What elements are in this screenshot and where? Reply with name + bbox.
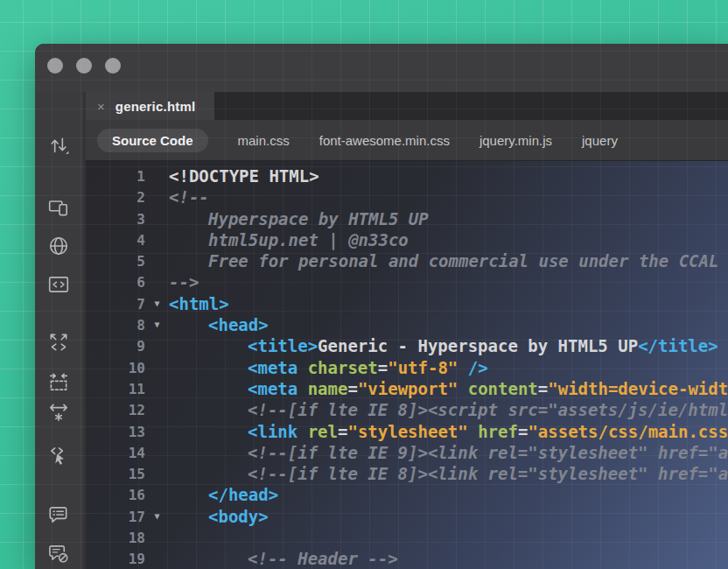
toolbar-tab-font-awesome-min-css[interactable]: font-awesome.min.css [319,133,450,148]
line-number[interactable]: 1 [86,165,145,186]
line-number[interactable]: 6 [86,271,145,292]
code-line-11[interactable]: 11<meta name="viewport" content="width=d… [86,378,728,399]
code-line-13[interactable]: 13<link rel="stylesheet" href="assets/cs… [86,421,728,442]
fold-gutter [145,357,169,378]
promo-image: { "colors": { "desktop_teal": "#3cc19c",… [0,0,728,569]
fold-gutter [145,271,169,292]
code-text: <meta name="viewport" content="width=dev… [169,378,728,399]
code-text: <body> [169,506,269,527]
fold-gutter [145,208,169,229]
code-text: <!-- Header --> [169,548,398,569]
globe-preview-icon[interactable] [47,235,70,257]
file-switcher-toolbar: Source Codemain.cssfont-awesome.min.cssj… [86,120,728,161]
code-text: <!--[if lte IE 8]><link rel="stylesheet"… [169,463,728,484]
devices-preview-icon[interactable] [47,196,70,219]
document-tab-generic-html[interactable]: × generic.html [86,92,214,120]
line-number[interactable]: 7 [86,293,145,314]
line-number[interactable]: 8 [86,314,145,335]
code-line-9[interactable]: 9<title>Generic - Hyperspace by HTML5 UP… [86,335,728,356]
sidebar [35,92,86,569]
line-number[interactable]: 10 [86,357,145,378]
line-number[interactable]: 3 [86,208,145,229]
code-text: <link rel="stylesheet" href="assets/css/… [169,421,728,442]
line-number[interactable]: 16 [86,484,145,505]
code-line-5[interactable]: 5Free for personal and commercial use un… [86,250,728,271]
fold-gutter [145,229,169,250]
code-text: <meta charset="utf-8" /> [169,357,488,378]
toolbar-tab-source-code[interactable]: Source Code [97,129,208,152]
window-body: × generic.html Source Codemain.cssfont-a… [35,92,728,569]
window-controls [47,58,121,74]
code-text: <!-- [169,186,209,207]
line-number[interactable]: 12 [86,399,145,420]
code-text: Free for personal and commercial use und… [169,250,728,271]
code-line-4[interactable]: 4html5up.net | @n33co [86,229,728,250]
window-titlebar [35,44,728,92]
editor-content: × generic.html Source Codemain.cssfont-a… [86,92,728,569]
line-number[interactable]: 9 [86,335,145,356]
code-line-6[interactable]: 6--> [86,271,728,292]
fold-gutter [145,250,169,271]
tab-close-icon[interactable]: × [97,100,105,113]
line-number[interactable]: 13 [86,421,145,442]
fold-toggle-icon[interactable]: ▼ [145,506,169,527]
code-editor-area[interactable]: 1<!DOCTYPE HTML>2<!--3Hyperspace by HTML… [86,161,728,569]
fold-gutter [145,484,169,505]
code-navigator-icon[interactable] [47,331,70,354]
line-number[interactable]: 5 [86,250,145,271]
code-text: <!DOCTYPE HTML> [169,165,319,186]
line-number[interactable]: 14 [86,442,145,463]
code-text: Hyperspace by HTML5 UP [169,208,429,229]
validation-icon[interactable] [47,542,70,565]
toolbar-tab-jquery[interactable]: jquery [582,133,618,148]
code-line-3[interactable]: 3Hyperspace by HTML5 UP [86,208,728,229]
comments-icon[interactable] [47,503,70,526]
select-tool-icon[interactable] [47,444,70,467]
code-line-16[interactable]: 16</head> [86,484,728,505]
code-line-15[interactable]: 15<!--[if lte IE 8]><link rel="styleshee… [86,463,728,484]
code-text: </head> [169,484,278,505]
toolbar-tab-jquery-min-js[interactable]: jquery.min.js [480,133,552,148]
fold-gutter [145,378,169,399]
clips-icon[interactable] [47,371,70,394]
code-text: <head> [169,314,269,335]
code-text: <!--[if lte IE 8]><script src="assets/js… [169,399,728,420]
code-text: --> [169,271,199,292]
code-text: html5up.net | @n33co [169,229,409,250]
reorder-arrows-icon[interactable] [47,134,70,157]
code-line-8[interactable]: 8▼<head> [86,314,728,335]
fold-toggle-icon[interactable]: ▼ [145,314,169,335]
code-line-1[interactable]: 1<!DOCTYPE HTML> [86,165,728,186]
window-zoom-button[interactable] [105,58,121,74]
toolbar-tab-main-css[interactable]: main.css [238,133,290,148]
fold-toggle-icon[interactable]: ▼ [145,293,169,314]
code-line-14[interactable]: 14<!--[if lte IE 9]><link rel="styleshee… [86,442,728,463]
fold-gutter [145,165,169,186]
line-number[interactable]: 15 [86,463,145,484]
code-line-17[interactable]: 17▼<body> [86,506,728,527]
window-close-button[interactable] [47,58,63,74]
code-line-18[interactable]: 18 [86,527,728,548]
code-line-12[interactable]: 12<!--[if lte IE 8]><script src="assets/… [86,399,728,420]
fold-gutter [145,527,169,548]
line-number[interactable]: 19 [86,548,145,569]
code-text: <html> [169,293,229,314]
code-editor-icon[interactable] [47,273,70,296]
fold-gutter [145,421,169,442]
fold-gutter [145,399,169,420]
fold-gutter [145,335,169,356]
line-number[interactable]: 4 [86,229,145,250]
code-line-10[interactable]: 10<meta charset="utf-8" /> [86,357,728,378]
line-number[interactable]: 2 [86,186,145,207]
code-line-7[interactable]: 7▼<html> [86,293,728,314]
code-line-2[interactable]: 2<!-- [86,186,728,207]
window-minimize-button[interactable] [76,58,92,74]
find-replace-icon[interactable] [47,401,70,424]
line-number[interactable]: 11 [86,378,145,399]
fold-gutter [145,186,169,207]
editor-window: × generic.html Source Codemain.cssfont-a… [35,44,728,569]
code-text: <!--[if lte IE 9]><link rel="stylesheet"… [169,442,728,463]
code-line-19[interactable]: 19<!-- Header --> [86,548,728,569]
line-number[interactable]: 18 [86,527,145,548]
line-number[interactable]: 17 [86,506,145,527]
